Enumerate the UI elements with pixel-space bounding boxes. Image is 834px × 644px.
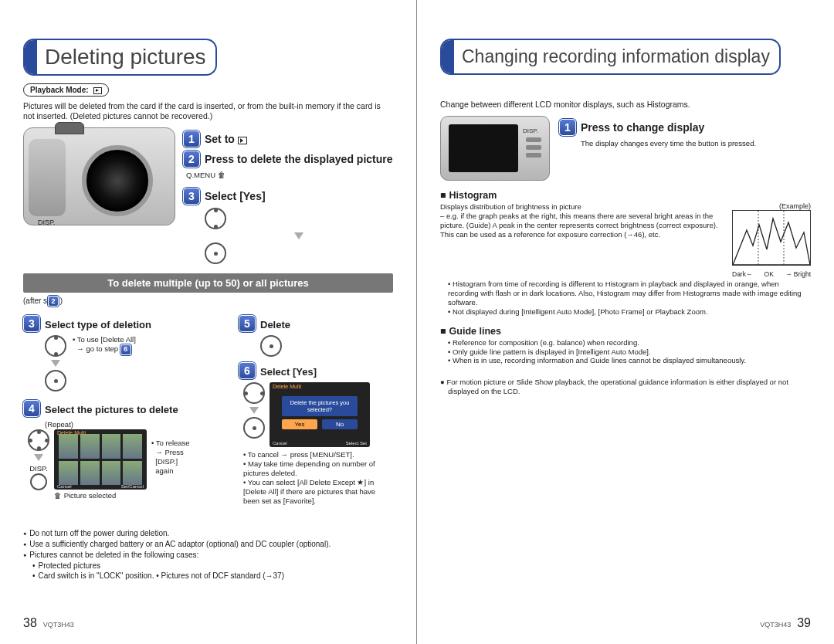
arrow-down-icon — [294, 232, 303, 239]
motion-note-text: For motion picture or Slide Show playbac… — [446, 378, 788, 395]
hist-bullet-1: Histogram from time of recording is diff… — [448, 280, 802, 307]
s3-bullet-2: → go to step — [76, 344, 118, 353]
title-accent — [442, 40, 454, 73]
confirm-delete-dialog: Delete Multi Delete the pictures you sel… — [270, 382, 370, 447]
arrow-down-icon — [51, 360, 60, 367]
after-step-note: (after step ) 2 — [23, 296, 393, 307]
dpad-center-icon — [243, 417, 265, 439]
right-step-1-row: 1 Press to change display — [559, 119, 811, 136]
step-4-label: Select the pictures to delete — [45, 404, 178, 415]
right-title-tab: Changing recording information display — [440, 39, 781, 75]
playback-icon — [93, 87, 102, 94]
step-6-ref-icon: 6 — [120, 344, 131, 355]
disp-button-label: DISP. — [38, 219, 55, 226]
playback-icon — [238, 137, 247, 144]
right-footer: VQT3H43 39 — [440, 616, 811, 630]
step-2-icon: 2 — [183, 151, 200, 168]
circle-button-icon — [30, 473, 47, 490]
scr-set: Set/Cancel — [121, 484, 144, 489]
histogram-graphic — [732, 210, 811, 266]
step-6-row: 6 Select [Yes] — [239, 361, 393, 379]
step-3b-row: 3 Select type of deletion — [23, 314, 226, 332]
dlg-set: Select Set — [346, 441, 367, 446]
release-2: → Press — [155, 448, 183, 456]
right-step-1-body: The display changes every time the butto… — [581, 139, 811, 148]
left-doc-id: VQT3H43 — [43, 621, 74, 629]
hist-dark: Dark← — [732, 270, 752, 278]
s6-b2: May take time depending on number of pic… — [243, 459, 375, 477]
s6-b1: To cancel → press [MENU/SET]. — [248, 450, 354, 459]
left-page-number: 38 — [23, 616, 37, 630]
trash-icon: 🗑 — [218, 171, 225, 179]
playback-mode-pill: Playback Mode: — [23, 83, 109, 97]
step-1-label: Set to — [205, 133, 235, 145]
note-2: Use a sufficiently charged battery or an… — [23, 539, 393, 549]
scr-cancel: Cancel — [57, 484, 72, 489]
right-doc-id: VQT3H43 — [760, 621, 791, 629]
example-label: (Example) — [732, 202, 811, 210]
right-title: Changing recording information display — [454, 40, 779, 73]
histogram-heading: Histogram — [440, 190, 811, 201]
step-5-row: 5 Delete — [239, 314, 393, 332]
guidelines-heading: Guide lines — [440, 326, 811, 337]
step-3-row: 3 Select [Yes] — [183, 188, 393, 205]
dpad-icon — [243, 382, 265, 404]
step-2-ref-icon: 2 — [48, 296, 59, 307]
step-5-icon: 5 — [239, 315, 256, 332]
guide-bullet-1: Reference for composition (e.g. balance)… — [453, 338, 639, 347]
step-1-row: 1 Set to — [183, 130, 393, 147]
multi-delete-banner: To delete multiple (up to 50) or all pic… — [23, 273, 393, 293]
step-3b-icon: 3 — [23, 315, 40, 332]
right-step-1-icon: 1 — [559, 119, 576, 136]
left-title: Deleting pictures — [37, 40, 215, 74]
step-3-icon: 3 — [183, 188, 200, 205]
arrow-down-icon — [34, 454, 43, 461]
note-3a: Protected pictures — [23, 561, 393, 571]
note-3b: Card switch is in "LOCK" position. • Pic… — [23, 571, 393, 581]
guide-bullet-3: When is in use, recording information an… — [453, 356, 746, 364]
qmenu-label: Q.MENU — [186, 171, 215, 179]
left-notes: Do not turn off the power during deletio… — [23, 528, 393, 581]
dpad-icon — [45, 335, 66, 357]
playback-mode-label: Playback Mode: — [30, 86, 89, 94]
dlg-question: Delete the pictures you selected? — [282, 396, 358, 416]
delete-multi-screenshot: Delete Multi CancelSet/Cancel — [54, 429, 147, 490]
step-5-label: Delete — [260, 319, 290, 330]
step-4-icon: 4 — [23, 400, 40, 417]
step-3b-label: Select type of deletion — [45, 319, 151, 330]
camera-front-illustration: DISP. — [23, 127, 175, 225]
dlg-yes: Yes — [282, 419, 317, 429]
cam-disp-label: DISP. — [523, 127, 538, 134]
release-1: To release — [156, 439, 190, 447]
step-6-label: Select [Yes] — [260, 366, 317, 378]
histogram-axis: Dark← OK → Bright — [732, 270, 811, 278]
arrow-down-icon — [249, 407, 259, 414]
left-intro: Pictures will be deleted from the card i… — [23, 101, 393, 121]
step-4-repeat: (Repeat) — [45, 420, 226, 429]
right-step-1-label: Press to change display — [581, 121, 704, 134]
dpad-center-icon — [205, 242, 226, 264]
step-3-label: Select [Yes] — [205, 190, 266, 202]
title-accent — [25, 40, 37, 74]
disp-text: DISP. — [28, 464, 49, 473]
release-4: again — [151, 466, 174, 475]
dpad-center-icon — [260, 335, 282, 357]
note-1: Do not turn off the power during deletio… — [23, 528, 393, 538]
note-3: Pictures cannot be deleted in the follow… — [23, 550, 393, 560]
dpad-icon — [28, 429, 49, 451]
camera-back-illustration: DISP. — [440, 116, 550, 181]
dlg-no: No — [322, 419, 358, 429]
dlg-cancel: Cancel — [273, 441, 287, 446]
right-intro: Change between different LCD monitor dis… — [440, 100, 811, 110]
step-2-label: Press to delete the displayed picture — [205, 153, 393, 165]
dpad-center-icon — [45, 370, 66, 391]
dpad-icon — [205, 208, 226, 229]
histogram-body: Displays distribution of brightness in p… — [440, 202, 723, 239]
step-2-row: 2 Press to delete the displayed picture — [183, 151, 393, 168]
step-1-icon: 1 — [183, 130, 200, 147]
dlg-header: Delete Multi — [273, 384, 301, 389]
left-footer: 38 VQT3H43 — [23, 616, 393, 630]
guide-bullet-2: Only guide line pattern is displayed in … — [453, 347, 651, 356]
s6-b3: You can select [All Delete Except ★] in … — [243, 478, 375, 505]
hist-bright: → Bright — [785, 270, 811, 278]
